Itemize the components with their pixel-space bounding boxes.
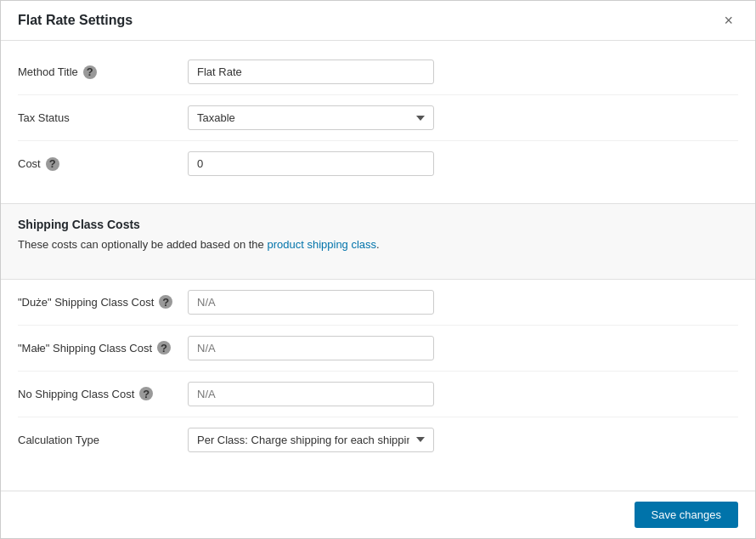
shipping-class-description: These costs can optionally be added base… (18, 236, 738, 253)
male-label: "Małe" Shipping Class Cost ? (18, 341, 188, 355)
save-changes-button[interactable]: Save changes (635, 502, 738, 528)
male-row: "Małe" Shipping Class Cost ? (18, 326, 738, 372)
modal-container: Flat Rate Settings × Method Title ? Tax … (0, 0, 756, 539)
male-help-icon[interactable]: ? (157, 341, 171, 355)
modal-body: Method Title ? Tax Status Taxable None (1, 41, 755, 491)
modal-title: Flat Rate Settings (18, 13, 133, 28)
cost-label: Cost ? (18, 157, 188, 171)
calc-type-select[interactable]: Per Class: Charge shipping for each ship… (188, 428, 434, 452)
duge-help-icon[interactable]: ? (159, 295, 172, 309)
duge-label: "Duże" Shipping Class Cost ? (18, 295, 188, 309)
shipping-class-title: Shipping Class Costs (18, 218, 738, 231)
cost-help-icon[interactable]: ? (46, 157, 59, 171)
close-button[interactable]: × (719, 11, 738, 30)
duge-row: "Duże" Shipping Class Cost ? (18, 280, 738, 326)
method-title-label: Method Title ? (18, 65, 188, 79)
cost-row: Cost ? (18, 141, 738, 186)
shipping-class-rows: "Duże" Shipping Class Cost ? "Małe" Ship… (1, 280, 755, 462)
method-title-input[interactable] (188, 60, 434, 84)
modal-footer: Save changes (1, 491, 755, 538)
calc-type-label: Calculation Type (18, 434, 188, 446)
cost-input[interactable] (188, 151, 434, 176)
calc-type-row: Calculation Type Per Class: Charge shipp… (18, 417, 738, 462)
duge-cost-input[interactable] (188, 290, 434, 315)
shipping-class-section-header: Shipping Class Costs These costs can opt… (1, 203, 755, 280)
product-shipping-class-link[interactable]: product shipping class (267, 238, 376, 251)
no-class-cost-input[interactable] (188, 382, 434, 406)
tax-status-label: Tax Status (18, 111, 188, 124)
tax-status-select[interactable]: Taxable None (188, 105, 434, 130)
no-class-label: No Shipping Class Cost ? (18, 387, 188, 400)
method-title-help-icon[interactable]: ? (83, 65, 97, 79)
male-cost-input[interactable] (188, 336, 434, 360)
main-form-section: Method Title ? Tax Status Taxable None (1, 41, 755, 203)
modal-header: Flat Rate Settings × (1, 1, 755, 41)
no-class-help-icon[interactable]: ? (139, 387, 153, 400)
tax-status-row: Tax Status Taxable None (18, 95, 738, 141)
no-class-row: No Shipping Class Cost ? (18, 372, 738, 417)
method-title-row: Method Title ? (18, 49, 738, 95)
